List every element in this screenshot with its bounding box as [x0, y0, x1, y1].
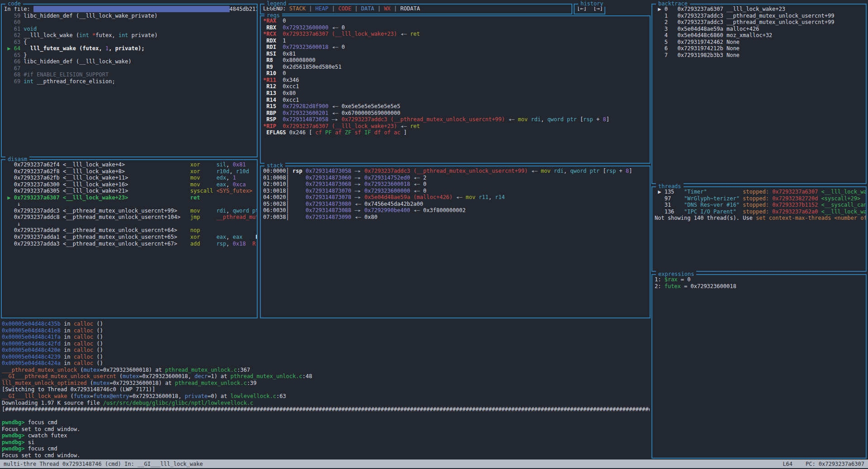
registers-pane-body-line: R8 0x80008000 [263, 57, 650, 64]
disassembly-pane-body[interactable]: 0x7293237a62f4 <__lll_lock_wake+4> xor s… [2, 160, 257, 317]
registers-pane-body-line: R12 0xcc1 [263, 83, 650, 90]
backtrace-pane-body-line: 6 0x72931974212b None [655, 45, 866, 52]
registers-pane-body-line: EFLAGS 0x246 [ cf PF af ZF sf IF df of a… [263, 129, 650, 136]
command-output-area-line: Focus set to cmd window. [2, 426, 650, 433]
code-pane-body[interactable]: In file: 4845db211e7b42c7176f9be21b8301e… [2, 5, 257, 156]
threads-pane-body-line: Not showing 140 thread(s). Use set conte… [655, 215, 866, 222]
disassembly-pane-body-line: ↓ [4, 201, 257, 208]
history-pane-title: history [578, 0, 606, 7]
stack-pane-body-line: 00:0000│ rsp 0x729314873058 —▸ 0x7293237… [263, 168, 650, 175]
code-pane-body-line: 69 int __pthread_force_elision; [4, 78, 257, 85]
status-bar: multi-thre Thread 0x7293148746 (cmd) In:… [0, 460, 868, 468]
stack-pane-body-line: 04:0020│ 0x729314873078 —▸ 0x5e04d48ae59… [263, 194, 650, 201]
code-pane-body-line: 61 void [4, 26, 257, 33]
backtrace-pane-body-line: 3 0x5e04d48ae59a malloc+426 [655, 26, 866, 33]
stack-pane-body-line: 03:0018│ 0x729314873070 —▸ 0x72932360000… [263, 188, 650, 194]
stack-pane-body-line: 02:0010│ 0x729314873068 —▸ 0x72932360001… [263, 181, 650, 188]
code-pane-body-line: 59 libc_hidden_def (__lll_lock_wake_priv… [4, 13, 257, 19]
disassembly-pane-body-line: 0x7293237a6300 <__lll_lock_wake+16> mov … [4, 181, 257, 188]
status-bar-right-text: L64 PC: 0x7293237a6307 [783, 461, 864, 467]
command-output-area-line: 0x00005e04d48c424a in calloc () [2, 360, 650, 367]
backtrace-pane-body-line: 1 0x7293237addc3 __pthread_mutex_unlock_… [655, 13, 866, 19]
backtrace-pane-title: backtrace [656, 0, 690, 7]
expressions-pane: expressions 1: $rax = 02: futex = 0x7293… [651, 274, 867, 459]
disassembly-pane-body-line: 0x7293237a6305 <__lll_lock_wake+21> sysc… [4, 188, 257, 194]
code-pane-body-line: ▶ 64 lll_futex_wake (futex, 1, private); [4, 45, 257, 52]
threads-pane-body-line: 97 "WrGlyph~terizer" stopped: 0x72932382… [655, 195, 866, 202]
code-pane-body-line: In file: 4845db211e7b42c7176f9be21b8301e… [4, 6, 257, 13]
command-output-area-line: 0x00005e04d48c42fd in calloc () [2, 341, 650, 347]
history-pane: history [←] [→] [574, 4, 605, 14]
registers-pane-title: regs [264, 12, 282, 19]
status-bar-left-text: multi-thre Thread 0x7293148746 (cmd) In:… [4, 461, 203, 467]
stack-pane-body-line: 01:0008│ 0x729314873060 —▸ 0x729314752ed… [263, 175, 650, 181]
threads-pane-title: threads [656, 183, 684, 189]
disassembly-pane: disasm 0x7293237a62f4 <__lll_lock_wake+4… [1, 159, 258, 318]
disassembly-pane-title: disasm [5, 156, 29, 162]
backtrace-pane-body-line: 5 0x729319742462 None [655, 39, 866, 46]
command-output-area-line: ___pthread_mutex_unlock (mutex=0x7293236… [2, 367, 650, 374]
command-output-area-line: __GI___lll_lock_wake (futex=futex@entry=… [2, 393, 650, 400]
command-output-area-line: pwndbg> cwatch futex [2, 432, 650, 439]
registers-pane-body[interactable]: *RAX 0 RBX 0x729323600000 ◂— 0*RCX 0x729… [261, 16, 650, 162]
registers-pane-body-line: R15 0x729282d8f900 ◂— 0xe5e5e5e5e5e5e5e5 [263, 103, 650, 110]
disassembly-pane-body-line: 0x7293237addc8 <__pthread_mutex_unlock_u… [4, 214, 257, 221]
registers-pane-body-line: *RCX 0x7293237a6307 (__lll_lock_wake+23)… [263, 31, 650, 38]
legend-pane-body-line: LEGEND: STACK | HEAP | CODE | DATA | WX … [263, 5, 571, 12]
expressions-pane-body[interactable]: 1: $rax = 02: futex = 0x729323600018 [652, 275, 866, 457]
registers-pane-body-line: R9 0x2d561850ed580e51 [263, 64, 650, 71]
command-output-area-line: Downloading 1.97 K source file /usr/src/… [2, 400, 650, 407]
code-pane-body-line: 65 } [4, 52, 257, 59]
command-output-area-line: pwndbg> si [2, 439, 650, 446]
registers-pane-body-line: RDI 0x729323600018 ◂— 0 [263, 44, 650, 51]
command-output-area-line: pwndbg> focus cmd [2, 445, 650, 452]
threads-pane-body-line: ▶ 135 "Timer" stopped: 0x7293237a6307 <_… [655, 189, 866, 195]
command-output-area-line: __GI___pthread_mutex_unlock_usercnt (mut… [2, 373, 650, 380]
command-output-area-line: 0x00005e04d48c41e8 in calloc () [2, 327, 650, 334]
command-output-area[interactable]: 0x00005e04d48c435b in calloc ()0x00005e0… [2, 321, 650, 459]
legend-pane: legend LEGEND: STACK | HEAP | CODE | DAT… [260, 4, 572, 14]
registers-pane-body-line: RBP 0x729323600201 ◂— 0x6700000569000000 [263, 110, 650, 117]
command-output-area-line: 0x00005e04d48c435b in calloc () [2, 321, 650, 327]
command-output-area-line: pwndbg> focus cmd [2, 419, 650, 426]
command-output-area-line [2, 413, 650, 420]
code-pane: code In file: 4845db211e7b42c7176f9be21b… [1, 4, 258, 157]
stack-pane-body-line: 07:0038│ 0x729314873090 ◂— 0x80 [263, 214, 650, 221]
command-output-area-line: [Switching to Thread 0x7293148746c0 (LWP… [2, 386, 650, 393]
disassembly-pane-body-line: 0x7293237adda1 <__pthread_mutex_unlock_u… [4, 234, 257, 241]
backtrace-pane-body[interactable]: ▶ 0 0x7293237a6307 __lll_lock_wake+23 1 … [652, 5, 866, 182]
disassembly-pane-body-line: 0x7293237a62f8 <__lll_lock_wake+8> xor r… [4, 168, 257, 175]
backtrace-pane-body-line: ▶ 0 0x7293237a6307 __lll_lock_wake+23 [655, 6, 866, 13]
stack-pane-body-line: 06:0030│ 0x729314873088 —▸ 0x7292990be40… [263, 207, 650, 214]
backtrace-pane-body-line: 7 0x72931982b3b3 None [655, 52, 866, 59]
registers-pane-body-line: R13 0x80 [263, 90, 650, 97]
expressions-pane-body-line: 2: futex = 0x729323600018 [655, 283, 866, 290]
registers-pane-body-line: RBX 0x729323600000 ◂— 0 [263, 24, 650, 31]
registers-pane-body-line: RDX 1 [263, 38, 650, 44]
disassembly-pane-body-line: 0x7293237a62fb <__lll_lock_wake+11> mov … [4, 175, 257, 181]
disassembly-pane-body-line: 0x7293237addc3 <__pthread_mutex_unlock_u… [4, 208, 257, 214]
stack-pane-body-line: 05:0028│ 0x729314873080 ◂— 0x7456e45da42… [263, 201, 650, 208]
stack-pane: stack 00:0000│ rsp 0x729314873058 —▸ 0x7… [260, 166, 651, 318]
backtrace-pane: backtrace ▶ 0 0x7293237a6307 __lll_lock_… [651, 4, 867, 184]
stack-pane-body[interactable]: 00:0000│ rsp 0x729314873058 —▸ 0x7293237… [261, 166, 650, 317]
stack-pane-title: stack [264, 162, 285, 169]
backtrace-pane-body-line: 2 0x7293237addc3 __pthread_mutex_unlock_… [655, 19, 866, 26]
threads-pane-body[interactable]: ▶ 135 "Timer" stopped: 0x7293237a6307 <_… [652, 187, 866, 270]
code-pane-body-line: 62 __lll_lock_wake (int *futex, int priv… [4, 32, 257, 39]
code-pane-body-line: 60 [4, 19, 257, 26]
code-pane-body-line: 67 [4, 65, 257, 72]
command-output-area-line: 0x00005e04d48c41fa in calloc () [2, 334, 650, 341]
registers-pane-body-line: R14 0xcc1 [263, 97, 650, 104]
backtrace-pane-body-line: 4 0x5e04d48c6860 moz_xmalloc+32 [655, 32, 866, 39]
legend-pane-title: legend [264, 0, 288, 7]
registers-pane: regs *RAX 0 RBX 0x729323600000 ◂— 0*RCX … [260, 15, 651, 164]
threads-pane: threads ▶ 135 "Timer" stopped: 0x7293237… [651, 186, 867, 272]
command-output-area-line: lll_mutex_unlock_optimized (mutex=0x7293… [2, 380, 650, 387]
disassembly-pane-body-line: ↓ [4, 221, 257, 227]
expressions-pane-body-line: 1: $rax = 0 [655, 276, 866, 283]
code-pane-body-line: 66 libc_hidden_def (__lll_lock_wake) [4, 58, 257, 65]
threads-pane-body-line: 136 "IPC I/O Parent" stopped: 0x7293237a… [655, 208, 866, 215]
registers-pane-body-line: RSI 0x81 [263, 51, 650, 57]
code-pane-body-line: 68 #if ENABLE_ELISION_SUPPORT [4, 71, 257, 78]
